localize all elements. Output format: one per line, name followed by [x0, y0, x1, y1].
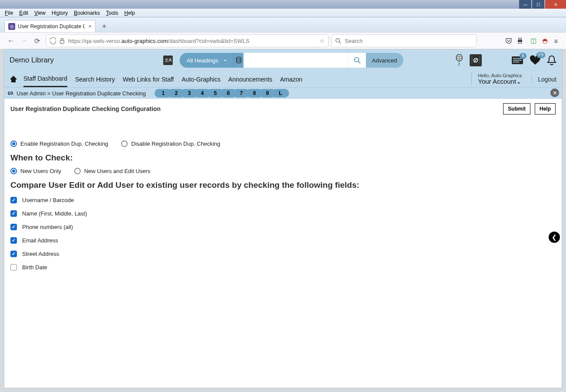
card-icon[interactable]: 6: [511, 56, 523, 65]
tracking-shield-icon[interactable]: [50, 37, 56, 44]
window-maximize-button[interactable]: ☐: [532, 0, 544, 9]
svg-rect-4: [519, 38, 521, 40]
tab-close-icon[interactable]: ×: [88, 23, 92, 29]
nav-announcements[interactable]: Announcements: [228, 72, 272, 87]
checkbox-icon: [10, 251, 17, 257]
home-icon[interactable]: [10, 76, 17, 83]
nav-amazon[interactable]: Amazon: [280, 72, 302, 87]
extension-red-icon[interactable]: ◓: [539, 37, 550, 45]
expand-panel-icon[interactable]: ❮: [549, 232, 560, 243]
radio-new-and-edit[interactable]: New Users and Edit Users: [74, 168, 150, 174]
extension-green-icon[interactable]: ◫: [528, 37, 539, 45]
heading-select[interactable]: All Headings: [180, 53, 233, 68]
radio-new-only[interactable]: New Users Only: [10, 168, 61, 174]
notifications-icon[interactable]: [547, 55, 556, 65]
advanced-search-button[interactable]: Advanced: [366, 53, 403, 68]
catalog-search-input[interactable]: [244, 53, 348, 68]
nav-auto-graphics[interactable]: Auto-Graphics: [182, 72, 220, 87]
browser-tab-active[interactable]: ◎ User Registration Duplicate Che ×: [4, 20, 95, 32]
nav-search-history[interactable]: Search History: [75, 72, 115, 87]
url-domain: auto-graphics.com: [122, 38, 168, 44]
page-title: User Registration Duplicate Checking Con…: [10, 105, 161, 112]
nav-reload-button[interactable]: ⟳: [30, 37, 43, 45]
svg-rect-5: [519, 42, 521, 43]
lock-icon[interactable]: [59, 38, 65, 44]
account-dropdown[interactable]: Hello, Auto-Graphics Your Account⌄: [471, 73, 522, 85]
browser-search-bar[interactable]: Search: [331, 34, 477, 47]
radio-disable-label: Disable Registration Dup. Checking: [131, 140, 220, 147]
window-minimize-button[interactable]: —: [519, 0, 531, 9]
catalog-search-button[interactable]: [348, 53, 366, 68]
app-menu-icon[interactable]: ≡: [550, 37, 562, 45]
when-group: New Users Only New Users and Edit Users: [10, 168, 556, 174]
field-row[interactable]: Birth Date: [10, 264, 556, 271]
radio-new-only-label: New Users Only: [20, 168, 61, 174]
field-label: Username / Barcode: [22, 197, 74, 203]
pager: 1 2 3 4 5 6 7 8 9 L: [155, 89, 289, 98]
svg-rect-12: [479, 56, 480, 64]
svg-rect-0: [60, 40, 64, 43]
nav-forward-button[interactable]: →: [17, 37, 30, 45]
new-tab-button[interactable]: +: [98, 21, 110, 32]
browser-navbar: ← → ⟳ https://qa-swls-verso.auto-graphic…: [0, 32, 566, 49]
window-close-button[interactable]: ✕: [545, 0, 566, 9]
tab-favicon-icon: ◎: [8, 23, 15, 30]
svg-point-6: [236, 57, 241, 59]
favorites-icon[interactable]: F9: [530, 55, 541, 65]
bookmark-star-icon[interactable]: ☆: [319, 38, 325, 44]
breadcrumb[interactable]: User Admin > User Registration Duplicate…: [16, 90, 146, 97]
page-last[interactable]: L: [272, 89, 289, 98]
checkbox-icon: [10, 197, 17, 203]
tab-title: User Registration Duplicate Che: [18, 23, 85, 29]
database-icon[interactable]: [233, 53, 244, 68]
logout-link[interactable]: Logout: [531, 76, 556, 83]
radio-icon: [10, 140, 17, 147]
resources-icon[interactable]: [470, 54, 482, 66]
checkbox-icon: [10, 224, 17, 230]
radio-new-and-edit-label: New Users and Edit Users: [84, 168, 150, 174]
favorites-badge: F9: [536, 52, 545, 58]
close-panel-icon[interactable]: ✕: [550, 88, 559, 97]
menu-tools[interactable]: Tools: [103, 10, 121, 16]
balloon-icon[interactable]: [455, 54, 464, 66]
url-prefix: https://qa-swls-verso.: [68, 38, 122, 44]
nav-web-links[interactable]: Web Links for Staff: [123, 72, 174, 87]
menu-edit[interactable]: Edit: [16, 10, 31, 16]
field-label: Street Address: [22, 251, 59, 257]
library-header-band: Demo Library 文A All Headings Advanced: [4, 49, 562, 71]
radio-disable[interactable]: Disable Registration Dup. Checking: [121, 140, 220, 147]
radio-enable[interactable]: Enable Registration Dup. Checking: [10, 140, 108, 147]
help-button[interactable]: Help: [535, 103, 556, 114]
browser-menubar: File Edit View History Bookmarks Tools H…: [0, 9, 566, 17]
nav-staff-dashboard[interactable]: Staff Dashboard: [23, 71, 67, 87]
menu-bookmarks[interactable]: Bookmarks: [71, 10, 103, 16]
submit-button[interactable]: Submit: [503, 103, 530, 114]
language-icon[interactable]: 文A: [163, 56, 173, 65]
field-row[interactable]: Username / Barcode: [10, 197, 556, 203]
field-row[interactable]: Phone numbers (all): [10, 224, 556, 230]
menu-history[interactable]: History: [49, 10, 71, 16]
svg-line-2: [339, 42, 341, 43]
svg-point-7: [354, 58, 359, 62]
field-row[interactable]: Name (First, Middle, Last): [10, 210, 556, 217]
menu-view[interactable]: View: [31, 10, 49, 16]
menu-file[interactable]: File: [2, 10, 16, 16]
radio-icon: [121, 140, 128, 147]
checkbox-icon: [10, 264, 17, 271]
compare-heading: Compare User Edit or Add User to existin…: [10, 180, 556, 190]
menu-help[interactable]: Help: [121, 10, 138, 16]
svg-rect-11: [471, 56, 473, 64]
radio-enable-label: Enable Registration Dup. Checking: [20, 140, 108, 147]
field-row[interactable]: Email Address: [10, 237, 556, 244]
main-nav: Staff Dashboard Search History Web Links…: [4, 71, 562, 88]
field-row[interactable]: Street Address: [10, 251, 556, 257]
link-icon: [7, 90, 14, 96]
svg-line-8: [358, 62, 360, 64]
header-right-icons: 6 F9: [455, 54, 556, 66]
nav-back-button[interactable]: ←: [4, 37, 17, 45]
field-label: Email Address: [22, 237, 58, 244]
field-label: Phone numbers (all): [22, 224, 73, 230]
pocket-icon[interactable]: [505, 37, 517, 44]
url-bar[interactable]: https://qa-swls-verso.auto-graphics.com/…: [46, 34, 329, 47]
print-icon[interactable]: [517, 37, 528, 44]
